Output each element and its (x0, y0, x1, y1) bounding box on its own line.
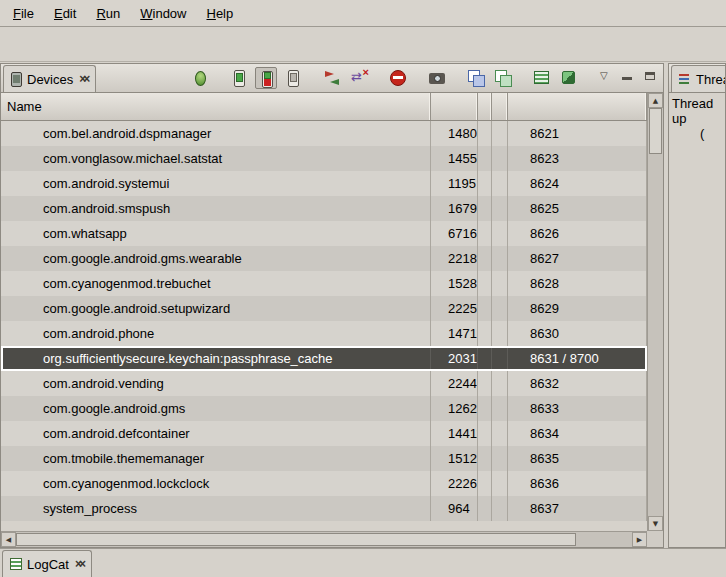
spacer-cell (478, 371, 492, 396)
process-pid: 1480 (431, 121, 478, 146)
column-header-name[interactable]: Name (1, 93, 431, 120)
process-port: 8632 (508, 371, 647, 396)
spacer-cell (492, 271, 508, 296)
spacer-cell (492, 421, 508, 446)
table-row[interactable]: com.android.phone14718630 (1, 321, 647, 346)
table-row[interactable]: com.whatsapp67168626 (1, 221, 647, 246)
spacer-cell (492, 471, 508, 496)
column-header-b (492, 93, 508, 120)
process-port: 8621 (508, 121, 647, 146)
menu-help[interactable]: Help (196, 2, 243, 25)
process-pid: 12623 (431, 396, 478, 421)
stop-process-icon[interactable] (387, 67, 409, 89)
vertical-scrollbar[interactable] (647, 93, 663, 531)
update-threads-icon[interactable] (321, 67, 343, 89)
process-port: 8623 (508, 146, 647, 171)
bottom-tab-bar: LogCat (0, 548, 726, 577)
close-icon[interactable] (74, 558, 84, 570)
scroll-down-icon[interactable] (648, 516, 663, 531)
process-pid: 14411 (431, 421, 478, 446)
threads-message: Thread up ( (669, 93, 725, 144)
process-name: com.android.defcontainer (1, 421, 431, 446)
scroll-up-icon[interactable] (648, 93, 663, 108)
screen-capture-icon[interactable] (426, 67, 448, 89)
systrace-icon[interactable] (531, 67, 553, 89)
tab-logcat[interactable]: LogCat (2, 550, 92, 577)
close-icon[interactable] (78, 73, 88, 85)
threads-message-line1: Thread up (672, 96, 722, 126)
menu-edit[interactable]: Edit (44, 2, 86, 25)
horizontal-scroll-thumb[interactable] (16, 533, 576, 546)
update-heap-icon[interactable] (228, 67, 250, 89)
table-row[interactable]: com.cyanogenmod.trebuchet15288628 (1, 271, 647, 296)
view-hierarchy-icon[interactable] (465, 67, 487, 89)
process-pid: 1528 (431, 271, 478, 296)
scroll-left-icon[interactable] (1, 532, 16, 547)
table-row[interactable]: com.bel.android.dspmanager14808621 (1, 121, 647, 146)
devices-table: Name com.bel.android.dspmanager14808621c… (1, 93, 663, 547)
table-row[interactable]: com.android.vending224408632 (1, 371, 647, 396)
spacer-cell (492, 121, 508, 146)
spacer-cell (492, 246, 508, 271)
devices-toolbar (184, 67, 659, 89)
table-row[interactable]: com.android.systemui11958624 (1, 171, 647, 196)
ddms-window: FileEditRunWindowHelp Devices Name (0, 0, 726, 577)
process-name: system_process (1, 496, 431, 521)
process-name: com.android.vending (1, 371, 431, 396)
table-row[interactable]: com.google.android.setupwizard222508629 (1, 296, 647, 321)
menu-run[interactable]: Run (86, 2, 130, 25)
process-pid: 22440 (431, 371, 478, 396)
menu-window[interactable]: Window (130, 2, 196, 25)
spacer-cell (492, 346, 508, 371)
view-menu-icon[interactable] (597, 67, 613, 89)
layout-view-icon[interactable] (492, 67, 514, 89)
table-row[interactable]: com.android.smspush16798625 (1, 196, 647, 221)
tab-devices[interactable]: Devices (3, 65, 96, 92)
process-name: com.tmobile.thememanager (1, 446, 431, 471)
table-row[interactable]: com.android.defcontainer144118634 (1, 421, 647, 446)
process-port: 8637 (508, 496, 647, 521)
spacer-cell (478, 196, 492, 221)
spacer-cell (478, 346, 492, 371)
spacer-cell (492, 296, 508, 321)
opengl-trace-icon[interactable] (558, 67, 580, 89)
menu-file[interactable]: File (3, 2, 44, 25)
spacer-cell (478, 321, 492, 346)
spacer-cell (478, 271, 492, 296)
main-area: Devices Name com.bel.android.dspmanager1… (0, 63, 726, 548)
method-profiling-icon[interactable] (348, 67, 370, 89)
dump-hprof-icon[interactable] (255, 67, 277, 89)
table-row[interactable]: com.cyanogenmod.lockclock222658636 (1, 471, 647, 496)
maximize-icon[interactable] (641, 67, 659, 89)
spacer-cell (492, 396, 508, 421)
process-pid: 1679 (431, 196, 478, 221)
table-row[interactable]: com.tmobile.thememanager15128635 (1, 446, 647, 471)
process-port: 8625 (508, 196, 647, 221)
tab-threads[interactable]: Threads (671, 65, 726, 92)
column-header-a (478, 93, 492, 120)
process-port: 8631 / 8700 (508, 346, 647, 371)
table-row[interactable]: com.vonglasow.michael.satstat145538623 (1, 146, 647, 171)
scroll-right-icon[interactable] (632, 532, 647, 547)
table-row[interactable]: system_process9648637 (1, 496, 647, 521)
spacer-cell (478, 171, 492, 196)
spacer-cell (492, 371, 508, 396)
column-header-pid[interactable] (431, 93, 478, 120)
process-name: com.cyanogenmod.trebuchet (1, 271, 431, 296)
device-icon (11, 72, 22, 87)
spacer-cell (478, 496, 492, 521)
spacer-cell (478, 221, 492, 246)
cause-gc-icon[interactable] (282, 67, 304, 89)
debug-process-icon[interactable] (189, 67, 211, 89)
minimize-icon[interactable] (618, 67, 636, 89)
process-name: com.bel.android.dspmanager (1, 121, 431, 146)
horizontal-scrollbar[interactable] (1, 531, 647, 547)
table-row[interactable]: org.sufficientlysecure.keychain:passphra… (1, 346, 647, 371)
vertical-scroll-thumb[interactable] (649, 108, 662, 154)
process-pid: 1512 (431, 446, 478, 471)
spacer-cell (492, 221, 508, 246)
table-row[interactable]: com.google.android.gms126238633 (1, 396, 647, 421)
spacer-cell (478, 421, 492, 446)
column-header-port[interactable] (508, 93, 647, 120)
table-row[interactable]: com.google.android.gms.wearable221858627 (1, 246, 647, 271)
